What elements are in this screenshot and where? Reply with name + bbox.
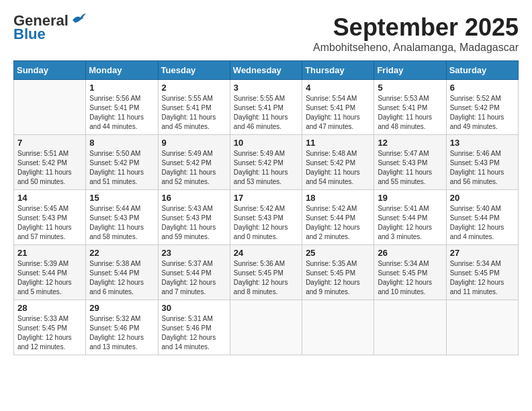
weekday-header: Tuesday xyxy=(158,61,230,80)
calendar-cell: 28Sunrise: 5:33 AMSunset: 5:45 PMDayligh… xyxy=(14,300,86,355)
day-info: Sunrise: 5:50 AMSunset: 5:42 PMDaylight:… xyxy=(89,149,154,187)
logo: General Blue xyxy=(13,13,86,43)
calendar-week-row: 28Sunrise: 5:33 AMSunset: 5:45 PMDayligh… xyxy=(14,300,519,355)
calendar-cell: 29Sunrise: 5:32 AMSunset: 5:46 PMDayligh… xyxy=(86,300,158,355)
day-info: Sunrise: 5:51 AMSunset: 5:42 PMDaylight:… xyxy=(17,149,82,187)
day-number: 25 xyxy=(306,248,370,258)
calendar-cell: 7Sunrise: 5:51 AMSunset: 5:42 PMDaylight… xyxy=(14,135,86,190)
calendar-cell: 14Sunrise: 5:45 AMSunset: 5:43 PMDayligh… xyxy=(14,190,86,245)
day-info: Sunrise: 5:42 AMSunset: 5:43 PMDaylight:… xyxy=(234,204,298,242)
calendar-cell: 16Sunrise: 5:43 AMSunset: 5:43 PMDayligh… xyxy=(158,190,230,245)
calendar-week-row: 1Sunrise: 5:56 AMSunset: 5:41 PMDaylight… xyxy=(14,80,519,135)
day-number: 23 xyxy=(162,248,226,258)
calendar-cell: 3Sunrise: 5:55 AMSunset: 5:41 PMDaylight… xyxy=(230,80,302,135)
calendar-week-row: 7Sunrise: 5:51 AMSunset: 5:42 PMDaylight… xyxy=(14,135,519,190)
day-info: Sunrise: 5:31 AMSunset: 5:46 PMDaylight:… xyxy=(162,314,226,352)
day-info: Sunrise: 5:52 AMSunset: 5:42 PMDaylight:… xyxy=(450,94,515,132)
logo-bird-icon xyxy=(71,13,86,26)
day-number: 17 xyxy=(234,193,298,203)
day-number: 28 xyxy=(17,303,82,313)
day-number: 18 xyxy=(306,193,370,203)
day-number: 21 xyxy=(17,248,82,258)
day-info: Sunrise: 5:32 AMSunset: 5:46 PMDaylight:… xyxy=(89,314,154,352)
day-info: Sunrise: 5:48 AMSunset: 5:42 PMDaylight:… xyxy=(306,149,370,187)
day-info: Sunrise: 5:43 AMSunset: 5:43 PMDaylight:… xyxy=(162,204,226,242)
calendar-cell: 30Sunrise: 5:31 AMSunset: 5:46 PMDayligh… xyxy=(158,300,230,355)
weekday-header: Wednesday xyxy=(230,61,302,80)
day-info: Sunrise: 5:37 AMSunset: 5:44 PMDaylight:… xyxy=(162,259,226,297)
calendar-cell xyxy=(302,300,374,355)
weekday-header: Thursday xyxy=(302,61,374,80)
day-info: Sunrise: 5:41 AMSunset: 5:44 PMDaylight:… xyxy=(378,204,442,242)
day-number: 19 xyxy=(378,193,442,203)
day-info: Sunrise: 5:38 AMSunset: 5:44 PMDaylight:… xyxy=(89,259,154,297)
calendar-cell xyxy=(374,300,446,355)
calendar-cell: 24Sunrise: 5:36 AMSunset: 5:45 PMDayligh… xyxy=(230,245,302,300)
day-info: Sunrise: 5:45 AMSunset: 5:43 PMDaylight:… xyxy=(17,204,82,242)
calendar-cell: 2Sunrise: 5:55 AMSunset: 5:41 PMDaylight… xyxy=(158,80,230,135)
day-number: 7 xyxy=(17,138,82,148)
calendar-table: SundayMondayTuesdayWednesdayThursdayFrid… xyxy=(13,60,519,355)
day-number: 24 xyxy=(234,248,298,258)
calendar-cell: 26Sunrise: 5:34 AMSunset: 5:45 PMDayligh… xyxy=(374,245,446,300)
day-info: Sunrise: 5:39 AMSunset: 5:44 PMDaylight:… xyxy=(17,259,82,297)
calendar-cell: 10Sunrise: 5:49 AMSunset: 5:42 PMDayligh… xyxy=(230,135,302,190)
day-number: 3 xyxy=(234,83,298,93)
calendar-cell: 12Sunrise: 5:47 AMSunset: 5:43 PMDayligh… xyxy=(374,135,446,190)
day-number: 9 xyxy=(162,138,226,148)
day-number: 6 xyxy=(450,83,515,93)
day-info: Sunrise: 5:56 AMSunset: 5:41 PMDaylight:… xyxy=(89,94,154,132)
calendar-cell: 8Sunrise: 5:50 AMSunset: 5:42 PMDaylight… xyxy=(86,135,158,190)
calendar-cell: 19Sunrise: 5:41 AMSunset: 5:44 PMDayligh… xyxy=(374,190,446,245)
calendar-cell: 22Sunrise: 5:38 AMSunset: 5:44 PMDayligh… xyxy=(86,245,158,300)
calendar-cell: 4Sunrise: 5:54 AMSunset: 5:41 PMDaylight… xyxy=(302,80,374,135)
day-info: Sunrise: 5:47 AMSunset: 5:43 PMDaylight:… xyxy=(378,149,442,187)
day-number: 1 xyxy=(89,83,154,93)
day-info: Sunrise: 5:42 AMSunset: 5:44 PMDaylight:… xyxy=(306,204,370,242)
logo-blue: Blue xyxy=(13,26,46,43)
day-info: Sunrise: 5:54 AMSunset: 5:41 PMDaylight:… xyxy=(306,94,370,132)
day-info: Sunrise: 5:36 AMSunset: 5:45 PMDaylight:… xyxy=(234,259,298,297)
day-info: Sunrise: 5:55 AMSunset: 5:41 PMDaylight:… xyxy=(162,94,226,132)
day-number: 15 xyxy=(89,193,154,203)
day-info: Sunrise: 5:55 AMSunset: 5:41 PMDaylight:… xyxy=(234,94,298,132)
day-info: Sunrise: 5:46 AMSunset: 5:43 PMDaylight:… xyxy=(450,149,515,187)
day-number: 14 xyxy=(17,193,82,203)
calendar-cell: 15Sunrise: 5:44 AMSunset: 5:43 PMDayligh… xyxy=(86,190,158,245)
day-number: 2 xyxy=(162,83,226,93)
page-header: General Blue September 2025 Ambohitsehen… xyxy=(13,13,519,54)
day-info: Sunrise: 5:44 AMSunset: 5:43 PMDaylight:… xyxy=(89,204,154,242)
title-section: September 2025 Ambohitseheno, Analamanga… xyxy=(313,13,519,54)
day-number: 26 xyxy=(378,248,442,258)
day-number: 4 xyxy=(306,83,370,93)
weekday-header: Sunday xyxy=(14,61,86,80)
day-info: Sunrise: 5:34 AMSunset: 5:45 PMDaylight:… xyxy=(378,259,442,297)
day-info: Sunrise: 5:34 AMSunset: 5:45 PMDaylight:… xyxy=(450,259,515,297)
day-info: Sunrise: 5:35 AMSunset: 5:45 PMDaylight:… xyxy=(306,259,370,297)
location-subtitle: Ambohitseheno, Analamanga, Madagascar xyxy=(313,42,519,54)
day-number: 27 xyxy=(450,248,515,258)
calendar-week-row: 21Sunrise: 5:39 AMSunset: 5:44 PMDayligh… xyxy=(14,245,519,300)
calendar-cell: 9Sunrise: 5:49 AMSunset: 5:42 PMDaylight… xyxy=(158,135,230,190)
day-info: Sunrise: 5:49 AMSunset: 5:42 PMDaylight:… xyxy=(162,149,226,187)
weekday-header: Friday xyxy=(374,61,446,80)
header-row: SundayMondayTuesdayWednesdayThursdayFrid… xyxy=(14,61,519,80)
calendar-cell: 1Sunrise: 5:56 AMSunset: 5:41 PMDaylight… xyxy=(86,80,158,135)
calendar-cell: 21Sunrise: 5:39 AMSunset: 5:44 PMDayligh… xyxy=(14,245,86,300)
day-number: 29 xyxy=(89,303,154,313)
day-number: 8 xyxy=(89,138,154,148)
calendar-cell xyxy=(446,300,518,355)
day-number: 11 xyxy=(306,138,370,148)
day-number: 30 xyxy=(162,303,226,313)
day-number: 22 xyxy=(89,248,154,258)
calendar-cell: 17Sunrise: 5:42 AMSunset: 5:43 PMDayligh… xyxy=(230,190,302,245)
calendar-cell: 18Sunrise: 5:42 AMSunset: 5:44 PMDayligh… xyxy=(302,190,374,245)
month-title: September 2025 xyxy=(313,13,519,42)
calendar-cell: 5Sunrise: 5:53 AMSunset: 5:41 PMDaylight… xyxy=(374,80,446,135)
calendar-cell: 6Sunrise: 5:52 AMSunset: 5:42 PMDaylight… xyxy=(446,80,518,135)
day-number: 12 xyxy=(378,138,442,148)
day-info: Sunrise: 5:53 AMSunset: 5:41 PMDaylight:… xyxy=(378,94,442,132)
calendar-cell: 27Sunrise: 5:34 AMSunset: 5:45 PMDayligh… xyxy=(446,245,518,300)
day-number: 20 xyxy=(450,193,515,203)
day-number: 13 xyxy=(450,138,515,148)
